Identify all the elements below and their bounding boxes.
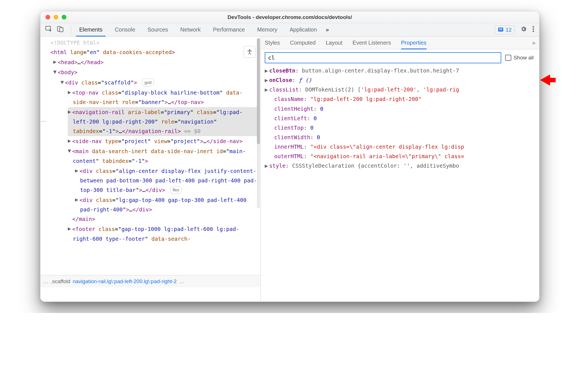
property-row[interactable]: innerHTML: "<div class=\"align-center di…: [265, 142, 537, 152]
property-row[interactable]: ▶style: CSSStyleDeclaration {accentColor…: [265, 161, 537, 171]
property-row[interactable]: ▶onClose: ƒ (): [265, 76, 537, 85]
crumb-right-ellipsis[interactable]: …: [179, 278, 184, 285]
devtools-window: DevTools - developer.chrome.com/docs/dev…: [40, 11, 539, 302]
row-ellipsis: ⋯: [41, 118, 46, 124]
inspect-icon[interactable]: [45, 26, 52, 33]
sidetab-styles[interactable]: Styles: [265, 37, 280, 49]
svg-rect-2: [60, 28, 63, 32]
tab-application[interactable]: Application: [283, 23, 323, 36]
property-row[interactable]: className: "lg:pad-left-200 lg:pad-right…: [265, 95, 537, 104]
sidetab-properties[interactable]: Properties: [401, 37, 426, 49]
tab-network[interactable]: Network: [174, 23, 207, 36]
traffic-min[interactable]: [54, 15, 58, 20]
main-tabs-overflow-icon[interactable]: »: [326, 26, 329, 33]
property-row[interactable]: clientTop: 0: [265, 123, 537, 133]
tab-memory[interactable]: Memory: [251, 23, 283, 36]
traffic-close[interactable]: [45, 15, 50, 20]
properties-list[interactable]: ▶closeBtn: button.align-center.display-f…: [261, 66, 539, 172]
dom-row[interactable]: ▼<main data-search-inert data-side-nav-i…: [68, 146, 258, 166]
scrollbar-thumb[interactable]: [257, 38, 260, 144]
body-split: ⋯ <!DOCTYPE html><html lang="en" data-co…: [40, 37, 539, 302]
sidetab-layout[interactable]: Layout: [326, 37, 343, 49]
property-row[interactable]: ▶closeBtn: button.align-center.display-f…: [265, 66, 537, 76]
dom-row[interactable]: ▶<navigation-rail aria-label="primary" c…: [68, 107, 258, 136]
more-menu-icon[interactable]: [532, 26, 534, 33]
property-row[interactable]: clientHeight: 0: [265, 104, 537, 114]
dom-row[interactable]: ▶<div class="lg:gap-top-400 gap-top-300 …: [75, 195, 258, 215]
dom-row[interactable]: ▼<body>: [53, 67, 258, 77]
traffic-lights: [45, 15, 66, 20]
side-panel: StylesComputedLayoutEvent ListenersPrope…: [261, 37, 539, 302]
crumb-active[interactable]: navigation-rail.lg\:pad-left-200.lg\:pad…: [73, 278, 177, 285]
dom-tree[interactable]: <!DOCTYPE html><html lang="en" data-cook…: [40, 37, 261, 245]
sidetab-event-listeners[interactable]: Event Listeners: [353, 37, 391, 49]
side-tabs-overflow-icon[interactable]: »: [532, 40, 535, 46]
dom-row[interactable]: ▶<div class="align-center display-flex j…: [75, 166, 258, 195]
property-row[interactable]: clientWidth: 0: [265, 133, 537, 142]
settings-gear-icon[interactable]: [520, 26, 527, 34]
window-title: DevTools - developer.chrome.com/docs/dev…: [40, 14, 539, 20]
toolbar-separator: [71, 26, 71, 34]
crumb-scaffold[interactable]: .scaffold: [51, 278, 70, 285]
device-toggle-icon[interactable]: [57, 26, 63, 33]
side-tabs: StylesComputedLayoutEvent ListenersPrope…: [261, 37, 539, 49]
svg-point-4: [532, 26, 534, 27]
dom-row[interactable]: ▶<side-nav type="project" view="project"…: [68, 136, 258, 146]
dom-row[interactable]: </main>: [68, 215, 258, 224]
dom-row[interactable]: ▶<top-nav class="display-block hairline-…: [68, 88, 258, 107]
main-toolbar: ElementsConsoleSourcesNetworkPerformance…: [40, 23, 539, 37]
dom-row[interactable]: ▶<head>…</head>: [53, 57, 258, 67]
elements-panel: ⋯ <!DOCTYPE html><html lang="en" data-co…: [40, 37, 261, 302]
svg-point-6: [532, 30, 534, 32]
main-tabs: ElementsConsoleSourcesNetworkPerformance…: [73, 23, 323, 36]
tab-elements[interactable]: Elements: [73, 23, 109, 36]
properties-filter-input[interactable]: [265, 52, 501, 63]
property-row[interactable]: clientLeft: 0: [265, 114, 537, 123]
property-row[interactable]: outerHTML: "<navigation-rail aria-label=…: [265, 152, 537, 161]
properties-filter-bar: Show all: [261, 49, 539, 66]
toolbar-right: 12: [495, 25, 534, 34]
svg-point-7: [249, 49, 250, 51]
accessibility-tree-button[interactable]: [244, 46, 256, 58]
dom-tree-scroll: ⋯ <!DOCTYPE html><html lang="en" data-co…: [40, 37, 261, 275]
sidetab-computed[interactable]: Computed: [290, 37, 315, 49]
issues-count: 12: [506, 27, 512, 33]
breadcrumb-bar[interactable]: … .scaffold navigation-rail.lg\:pad-left…: [40, 275, 261, 287]
show-all-checkbox[interactable]: [505, 55, 511, 61]
window-titlebar: DevTools - developer.chrome.com/docs/dev…: [40, 11, 539, 23]
tab-performance[interactable]: Performance: [207, 23, 251, 36]
dom-row[interactable]: ▼<div class="scaffold"> grid: [61, 78, 258, 88]
dom-row[interactable]: ▶<footer class="gap-top-1000 lg:pad-left…: [68, 224, 258, 244]
show-all-label: Show all: [514, 55, 534, 61]
tab-console[interactable]: Console: [109, 23, 141, 36]
traffic-max[interactable]: [62, 15, 66, 20]
dom-row[interactable]: <html lang="en" data-cookies-accepted>: [46, 48, 258, 57]
tab-sources[interactable]: Sources: [141, 23, 174, 36]
svg-point-5: [532, 28, 534, 30]
show-all-toggle[interactable]: Show all: [505, 55, 534, 61]
issues-button[interactable]: 12: [495, 25, 515, 34]
toolbar-left: [45, 26, 63, 33]
red-pointer-arrow-icon: [540, 74, 556, 88]
dom-row[interactable]: <!DOCTYPE html>: [46, 38, 258, 48]
property-row[interactable]: ▶classList: DOMTokenList(2) ['lg:pad-lef…: [265, 85, 537, 95]
crumb-left-ellipsis[interactable]: …: [43, 278, 49, 285]
